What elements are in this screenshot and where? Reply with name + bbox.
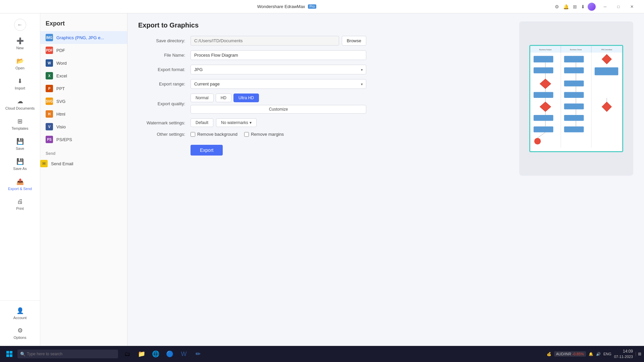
taskbar-explorer-icon[interactable]: 📁: [135, 347, 148, 361]
export-item-png[interactable]: IMG Graphics (PNG, JPG e...: [40, 31, 127, 44]
export-sidebar-title: Export: [40, 13, 127, 31]
back-button[interactable]: ←: [14, 19, 26, 31]
watermark-default-button[interactable]: Default: [191, 118, 213, 127]
customize-button[interactable]: Customize: [191, 105, 366, 114]
svg-marker-14: [540, 79, 551, 88]
export-icon: 📤: [16, 178, 24, 185]
quality-hd-button[interactable]: HD: [216, 94, 231, 102]
taskbar-word-icon[interactable]: W: [177, 347, 191, 361]
show-desktop-icon[interactable]: ⊞: [636, 352, 641, 356]
sidebar-item-export[interactable]: 📤 Export & Send: [2, 175, 38, 194]
export-item-html[interactable]: H Html: [40, 108, 127, 120]
browse-button[interactable]: Browse: [342, 36, 366, 46]
svg-text:Business Analyst: Business Analyst: [539, 49, 552, 51]
export-item-ppt[interactable]: P PPT: [40, 82, 127, 95]
taskbar-chrome-icon[interactable]: 🔵: [163, 347, 176, 361]
preview-panel: Business Analyst Business Owner PM Commi…: [519, 21, 633, 176]
export-format-row: Export format: JPG PNG BMP SVG TIFF: [138, 65, 366, 74]
templates-icon: ⊞: [17, 118, 22, 125]
remove-background-checkbox[interactable]: Remove background: [191, 132, 237, 137]
file-icon-svg: SVG: [46, 98, 53, 105]
taskbar-clock[interactable]: 14:09 07-11-2023: [614, 349, 633, 359]
download-icon[interactable]: ⬇: [581, 4, 585, 9]
avatar[interactable]: [588, 3, 596, 11]
chevron-down-icon: ▾: [250, 120, 252, 125]
page-title: Export to Graphics: [138, 21, 508, 29]
file-name-input[interactable]: [191, 50, 366, 60]
taskbar-right: 💰 AUD/INR -0.85% 🔔 🔊 ENG 14:09 07-11-202…: [547, 349, 641, 359]
watermark-row: Watermark settings: Default No watermark…: [138, 118, 366, 127]
maximize-button[interactable]: □: [612, 0, 625, 13]
other-settings-label: Other settings:: [138, 132, 185, 137]
minimize-button[interactable]: ─: [598, 0, 612, 13]
export-button[interactable]: Export: [191, 145, 223, 156]
preview-diagram: Business Analyst Business Owner PM Commi…: [529, 45, 623, 152]
svg-rect-8: [534, 56, 553, 63]
svg-rect-12: [564, 67, 584, 73]
options-icon: ⚙: [17, 327, 23, 334]
windows-start-button[interactable]: [3, 347, 16, 361]
export-quality-row: Export quality: Normal HD Ultra HD Custo…: [138, 94, 366, 114]
remove-background-input[interactable]: [191, 132, 195, 137]
export-item-svg[interactable]: SVG SVG: [40, 95, 127, 108]
sidebar-item-new[interactable]: ➕ New: [2, 34, 38, 53]
svg-rect-11: [534, 67, 553, 73]
watermark-label: Watermark settings:: [138, 120, 185, 125]
export-item-excel[interactable]: X Excel: [40, 69, 127, 82]
taskbar-widgets-icon[interactable]: 🗂: [121, 347, 134, 361]
save-directory-input[interactable]: [191, 36, 339, 46]
taskbar-drawmax-icon[interactable]: ✏: [191, 347, 205, 361]
remove-margins-checkbox[interactable]: Remove margins: [244, 132, 284, 137]
saveas-icon: 💾: [16, 158, 24, 165]
svg-marker-10: [602, 54, 611, 64]
sidebar-item-save[interactable]: 💾 Save: [2, 134, 38, 154]
svg-rect-43: [10, 354, 12, 357]
sidebar-item-templates[interactable]: ⊞ Templates: [2, 114, 38, 134]
sidebar-item-cloud[interactable]: ☁ Cloud Documents: [2, 94, 38, 114]
export-item-pdf[interactable]: PDF PDF: [40, 44, 127, 57]
taskbar-search-input[interactable]: [17, 350, 118, 358]
sidebar-item-options[interactable]: ⚙ Options: [2, 323, 38, 343]
send-email-item[interactable]: ✉ Send Email: [40, 157, 127, 170]
search-icon: 🔍: [20, 352, 25, 357]
svg-rect-41: [10, 351, 12, 354]
volume-icon: 🔊: [596, 352, 601, 356]
quality-ultrahd-button[interactable]: Ultra HD: [233, 94, 259, 102]
file-icon-ppt: P: [46, 85, 53, 92]
sidebar-item-account[interactable]: 👤 Account: [2, 304, 38, 323]
save-icon: 💾: [16, 138, 24, 145]
taskbar: 🔍 🗂 📁 🌐 🔵 W ✏ 💰 AUD/INR -0.85% 🔔 🔊 ENG 1…: [0, 346, 644, 362]
grid-icon[interactable]: ⊞: [573, 4, 577, 9]
svg-rect-9: [564, 56, 584, 63]
export-format-select[interactable]: JPG PNG BMP SVG TIFF: [191, 65, 366, 74]
sidebar-item-saveas[interactable]: 💾 Save As: [2, 155, 38, 174]
settings-icon[interactable]: ⚙: [555, 4, 559, 9]
left-sidebar: ← ➕ New 📂 Open ⬇ Import ☁ Cloud Document…: [0, 13, 40, 346]
export-range-label: Export range:: [138, 81, 185, 86]
svg-rect-42: [6, 354, 9, 357]
remove-margins-input[interactable]: [244, 132, 249, 137]
quality-buttons: Normal HD Ultra HD: [191, 94, 366, 102]
quality-normal-button[interactable]: Normal: [191, 94, 214, 102]
close-button[interactable]: ✕: [625, 0, 639, 13]
watermark-no-button[interactable]: No watermarks ▾: [216, 118, 257, 127]
save-directory-label: Save directory:: [138, 38, 185, 43]
file-icon-word: W: [46, 59, 53, 67]
sidebar-item-open[interactable]: 📂 Open: [2, 54, 38, 73]
sidebar-item-import[interactable]: ⬇ Import: [2, 74, 38, 94]
export-items-list: IMG Graphics (PNG, JPG e... PDF PDF W Wo…: [40, 31, 127, 146]
taskbar-apps: 🗂 📁 🌐 🔵 W ✏: [121, 347, 205, 361]
sidebar-item-print[interactable]: 🖨 Print: [2, 195, 38, 214]
export-item-pseps[interactable]: PS PS/EPS: [40, 133, 127, 146]
export-range-select[interactable]: Current page All pages Selected objects: [191, 79, 366, 89]
send-section-header: Send: [46, 151, 55, 156]
file-icon-png: IMG: [46, 34, 53, 41]
export-item-visio[interactable]: V Visio: [40, 120, 127, 133]
svg-rect-21: [534, 115, 553, 121]
cloud-icon: ☁: [17, 98, 23, 105]
import-icon: ⬇: [17, 77, 22, 85]
bell-icon[interactable]: 🔔: [563, 4, 569, 9]
main-content: Export to Graphics Save directory: Brows…: [127, 13, 644, 346]
export-item-word[interactable]: W Word: [40, 57, 127, 69]
taskbar-edge-icon[interactable]: 🌐: [149, 347, 162, 361]
